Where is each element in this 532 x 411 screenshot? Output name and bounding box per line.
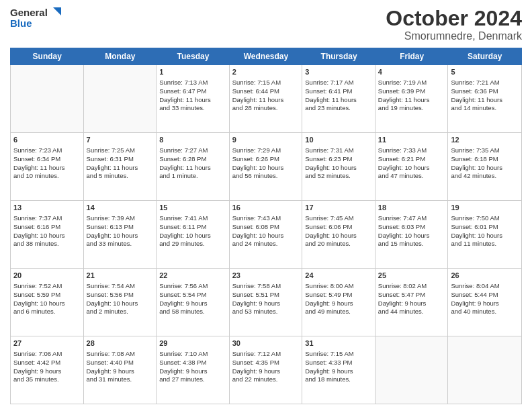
daylight-line1: Daylight: 10 hours xyxy=(232,232,284,239)
daylight-line1: Daylight: 11 hours xyxy=(159,96,211,103)
day-cell-30: 30 Sunrise: 7:12 AM Sunset: 4:35 PM Dayl… xyxy=(230,336,303,404)
sunset-line: Sunset: 6:28 PM xyxy=(159,155,206,163)
day-cell-23: 23 Sunrise: 7:58 AM Sunset: 5:51 PM Dayl… xyxy=(230,269,303,336)
day-number: 18 xyxy=(378,203,445,213)
calendar-page: General Blue October 2024 Smorumnedre, D… xyxy=(0,0,532,411)
calendar-row-3: 13 Sunrise: 7:37 AM Sunset: 6:16 PM Dayl… xyxy=(11,201,521,269)
sunrise-line: Sunrise: 7:41 AM xyxy=(159,214,208,222)
daylight-line2: and 56 minutes. xyxy=(232,172,278,179)
sunset-line: Sunset: 5:54 PM xyxy=(159,291,206,298)
day-number: 24 xyxy=(305,271,372,281)
daylight-line1: Daylight: 9 hours xyxy=(13,367,61,375)
day-cell-16: 16 Sunrise: 7:43 AM Sunset: 6:08 PM Dayl… xyxy=(230,201,303,268)
day-number: 19 xyxy=(451,203,519,213)
header-day-monday: Monday xyxy=(84,48,157,64)
daylight-line1: Daylight: 10 hours xyxy=(13,300,65,307)
daylight-line2: and 1 minute. xyxy=(159,172,198,179)
daylight-line2: and 5 minutes. xyxy=(87,172,128,179)
sunset-line: Sunset: 6:31 PM xyxy=(87,155,134,163)
day-cell-1: 1 Sunrise: 7:13 AM Sunset: 6:47 PM Dayli… xyxy=(157,65,230,132)
sunrise-line: Sunrise: 7:25 AM xyxy=(87,146,135,154)
day-cell-29: 29 Sunrise: 7:10 AM Sunset: 4:38 PM Dayl… xyxy=(157,336,230,404)
day-number: 3 xyxy=(305,67,372,77)
daylight-line2: and 15 minutes. xyxy=(378,240,424,247)
sunrise-line: Sunrise: 7:58 AM xyxy=(232,282,281,289)
sunset-line: Sunset: 6:21 PM xyxy=(378,155,425,163)
day-number: 17 xyxy=(305,203,372,213)
day-cell-19: 19 Sunrise: 7:50 AM Sunset: 6:01 PM Dayl… xyxy=(448,201,521,268)
sunrise-line: Sunrise: 7:35 AM xyxy=(451,146,499,154)
sunrise-line: Sunrise: 7:43 AM xyxy=(232,214,281,222)
day-number: 22 xyxy=(159,271,226,281)
day-cell-9: 9 Sunrise: 7:29 AM Sunset: 6:26 PM Dayli… xyxy=(230,133,303,200)
day-cell-21: 21 Sunrise: 7:54 AM Sunset: 5:56 PM Dayl… xyxy=(84,269,157,336)
day-cell-2: 2 Sunrise: 7:15 AM Sunset: 6:44 PM Dayli… xyxy=(230,65,303,132)
calendar-row-1: 1 Sunrise: 7:13 AM Sunset: 6:47 PM Dayli… xyxy=(11,65,521,133)
sunrise-line: Sunrise: 7:06 AM xyxy=(13,350,62,357)
daylight-line2: and 27 minutes. xyxy=(159,375,205,383)
sunset-line: Sunset: 5:51 PM xyxy=(232,291,279,298)
daylight-line2: and 6 minutes. xyxy=(13,308,55,315)
daylight-line1: Daylight: 11 hours xyxy=(232,96,284,103)
day-number: 7 xyxy=(87,135,154,145)
sunrise-line: Sunrise: 7:31 AM xyxy=(305,146,353,154)
day-cell-10: 10 Sunrise: 7:31 AM Sunset: 6:23 PM Dayl… xyxy=(302,133,375,200)
day-cell-7: 7 Sunrise: 7:25 AM Sunset: 6:31 PM Dayli… xyxy=(84,133,157,200)
header-day-friday: Friday xyxy=(375,48,449,64)
daylight-line1: Daylight: 10 hours xyxy=(13,232,65,239)
daylight-line1: Daylight: 10 hours xyxy=(378,164,430,171)
day-cell-27: 27 Sunrise: 7:06 AM Sunset: 4:42 PM Dayl… xyxy=(11,336,84,404)
day-cell-12: 12 Sunrise: 7:35 AM Sunset: 6:18 PM Dayl… xyxy=(448,133,521,200)
daylight-line2: and 44 minutes. xyxy=(378,308,424,315)
day-cell-25: 25 Sunrise: 8:02 AM Sunset: 5:47 PM Dayl… xyxy=(375,269,449,336)
day-number: 15 xyxy=(159,203,226,213)
sunset-line: Sunset: 6:47 PM xyxy=(159,87,206,95)
day-number: 2 xyxy=(232,67,300,77)
daylight-line1: Daylight: 11 hours xyxy=(305,96,357,103)
daylight-line2: and 29 minutes. xyxy=(159,240,205,247)
daylight-line2: and 40 minutes. xyxy=(451,308,496,315)
daylight-line1: Daylight: 11 hours xyxy=(378,96,430,103)
sunrise-line: Sunrise: 8:02 AM xyxy=(378,282,427,289)
day-number: 16 xyxy=(232,203,300,213)
sunset-line: Sunset: 5:49 PM xyxy=(305,291,352,298)
sunrise-line: Sunrise: 7:19 AM xyxy=(378,79,427,86)
day-cell-18: 18 Sunrise: 7:47 AM Sunset: 6:03 PM Dayl… xyxy=(375,201,449,268)
day-cell-13: 13 Sunrise: 7:37 AM Sunset: 6:16 PM Dayl… xyxy=(11,201,84,268)
daylight-line1: Daylight: 11 hours xyxy=(451,96,502,103)
sunrise-line: Sunrise: 7:21 AM xyxy=(451,79,499,86)
day-number: 26 xyxy=(451,271,519,281)
daylight-line2: and 19 minutes. xyxy=(378,104,424,111)
day-cell-26: 26 Sunrise: 8:04 AM Sunset: 5:44 PM Dayl… xyxy=(448,269,521,336)
day-cell-8: 8 Sunrise: 7:27 AM Sunset: 6:28 PM Dayli… xyxy=(157,133,230,200)
day-cell-31: 31 Sunrise: 7:15 AM Sunset: 4:33 PM Dayl… xyxy=(302,336,375,404)
sunset-line: Sunset: 6:18 PM xyxy=(451,155,498,163)
empty-cell xyxy=(84,65,157,132)
daylight-line1: Daylight: 10 hours xyxy=(451,164,502,171)
daylight-line1: Daylight: 9 hours xyxy=(451,300,498,307)
header-day-saturday: Saturday xyxy=(448,48,521,64)
sunrise-line: Sunrise: 7:13 AM xyxy=(159,79,208,86)
header-day-wednesday: Wednesday xyxy=(230,48,303,64)
day-cell-6: 6 Sunrise: 7:23 AM Sunset: 6:34 PM Dayli… xyxy=(11,133,84,200)
sunset-line: Sunset: 4:33 PM xyxy=(305,359,352,366)
daylight-line1: Daylight: 9 hours xyxy=(305,367,353,375)
daylight-line1: Daylight: 10 hours xyxy=(451,232,502,239)
sunrise-line: Sunrise: 7:54 AM xyxy=(87,282,135,289)
daylight-line2: and 49 minutes. xyxy=(305,308,351,315)
day-number: 12 xyxy=(451,135,519,145)
day-number: 9 xyxy=(232,135,300,145)
day-number: 20 xyxy=(13,271,81,281)
calendar-row-5: 27 Sunrise: 7:06 AM Sunset: 4:42 PM Dayl… xyxy=(11,336,521,404)
sunrise-line: Sunrise: 7:33 AM xyxy=(378,146,427,154)
daylight-line1: Daylight: 9 hours xyxy=(87,367,134,375)
sunset-line: Sunset: 4:38 PM xyxy=(159,359,206,366)
sunset-line: Sunset: 5:59 PM xyxy=(13,291,60,298)
daylight-line2: and 2 minutes. xyxy=(87,308,128,315)
day-number: 30 xyxy=(232,338,300,349)
sunset-line: Sunset: 6:36 PM xyxy=(451,87,498,95)
day-number: 5 xyxy=(451,67,519,77)
day-cell-11: 11 Sunrise: 7:33 AM Sunset: 6:21 PM Dayl… xyxy=(375,133,449,200)
header-day-thursday: Thursday xyxy=(302,48,375,64)
calendar-row-4: 20 Sunrise: 7:52 AM Sunset: 5:59 PM Dayl… xyxy=(11,269,521,336)
